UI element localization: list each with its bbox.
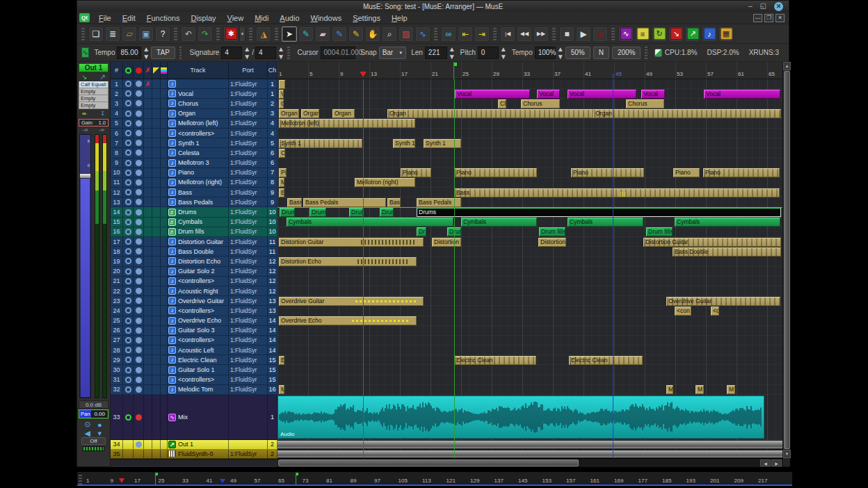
tempo-down-icon[interactable]: ▼ (143, 53, 150, 60)
track-port[interactable]: 1:FluidSyr (229, 385, 268, 394)
play-button[interactable]: ▶ (576, 26, 591, 42)
canvas-track-lane[interactable] (278, 326, 782, 336)
record-arm-toggle[interactable] (123, 440, 134, 449)
track-row[interactable]: 15♬Cymbals1:FluidSyr10 (111, 218, 278, 227)
track-name[interactable]: ♪ (168, 79, 229, 88)
new-file-button[interactable]: ❏ (88, 26, 104, 42)
track-port[interactable]: 1:FluidSyr (229, 257, 268, 266)
line-draw-tool-button[interactable]: ✎ (332, 26, 347, 42)
db-readout[interactable]: 0.0 dB (79, 400, 108, 409)
record-arm-toggle[interactable] (123, 197, 134, 206)
track-flags-cell[interactable] (161, 355, 168, 364)
record-toggle[interactable] (134, 168, 144, 177)
part[interactable]: Organ (332, 109, 355, 118)
track-type-header-icon[interactable] (161, 62, 168, 79)
track-channel[interactable]: 1 (268, 79, 278, 88)
track-port[interactable]: 1:FluidSyr (229, 218, 268, 227)
mute-toggle[interactable] (144, 450, 152, 459)
part[interactable]: Bass Double (673, 247, 781, 257)
part-color-cell[interactable] (152, 365, 161, 374)
mute-toggle[interactable] (144, 218, 152, 227)
track-name[interactable]: ♪<controllers> (168, 375, 229, 384)
part-mute-tool-button[interactable]: ▨ (399, 26, 414, 42)
canvas-track-lane[interactable]: CymbalsCymbalsCymbalsCymbals (278, 218, 782, 227)
record-arm-toggle[interactable] (123, 306, 134, 315)
timeline-ruler[interactable]: 1591317212529333741454953576165 (278, 62, 782, 79)
track-flags-cell[interactable] (161, 450, 168, 459)
part[interactable]: Drums (417, 208, 781, 217)
part-color-header-icon[interactable] (152, 62, 161, 79)
vertical-scrollbar[interactable]: ▲ ▼ (782, 62, 790, 466)
track-name[interactable]: ♬Cymbals (168, 218, 229, 227)
canvas-track-lane[interactable] (278, 129, 782, 138)
mute-toggle[interactable] (144, 178, 152, 187)
part[interactable]: Electric Clean (454, 356, 536, 365)
track-name[interactable]: ♪Melodic Tom (168, 385, 229, 394)
menu-windows[interactable]: Windows (305, 14, 348, 22)
record-arm-toggle[interactable] (123, 79, 134, 88)
fader-handle[interactable] (79, 173, 91, 179)
part[interactable]: Synth 1 (393, 139, 415, 148)
track-row[interactable]: 2♪Vocal1:FluidSyr1 (111, 89, 278, 99)
track-channel[interactable]: 2 (268, 450, 278, 459)
track-row[interactable]: 29♪Electric Clean1:FluidSyr15 (111, 355, 278, 365)
track-flags-cell[interactable] (161, 109, 168, 118)
record-toggle[interactable] (134, 207, 144, 216)
pan-tool-button[interactable]: ✋ (365, 26, 380, 42)
part-color-cell[interactable] (152, 178, 161, 187)
toolbar-grip[interactable] (249, 28, 252, 40)
track-channel[interactable]: 1 (268, 395, 278, 439)
record-arm-toggle[interactable] (123, 247, 134, 256)
part-color-cell[interactable] (152, 450, 161, 459)
track-name[interactable]: ♪Bass Double (168, 247, 229, 256)
snap-select[interactable]: Bar▼ (379, 47, 407, 59)
mute-toggle[interactable] (144, 227, 152, 236)
mute-toggle[interactable] (144, 395, 152, 439)
mute-toggle[interactable] (144, 336, 152, 345)
track-port[interactable]: 1:FluidSyr (229, 296, 268, 305)
part[interactable]: <con (675, 307, 691, 316)
part-color-cell[interactable] (152, 227, 161, 236)
track-channel[interactable]: 2 (268, 440, 278, 449)
audio-part[interactable]: Audio (278, 396, 764, 439)
vscroll-thumb[interactable] (784, 71, 790, 449)
track-port[interactable]: 1:FluidSyr (229, 109, 268, 118)
redo-button[interactable]: ↷ (198, 26, 213, 42)
header-cell[interactable]: Ch (268, 62, 278, 79)
mute-toggle[interactable] (144, 345, 152, 355)
toolbar-grip[interactable] (645, 47, 648, 59)
part-color-cell[interactable] (152, 89, 161, 98)
part-color-cell[interactable] (152, 158, 161, 168)
track-name[interactable]: ♪Overdrive Guitar (168, 296, 229, 305)
automation-tool-button[interactable]: ∿ (415, 26, 431, 42)
tempo-master-icon[interactable]: ∿ (81, 47, 89, 58)
mute-toggle[interactable] (144, 168, 152, 177)
punch-out-button[interactable]: ⇥ (474, 26, 490, 42)
mute-toggle[interactable] (144, 296, 152, 305)
gain-control[interactable]: Gain1.0 (79, 119, 108, 127)
track-row[interactable]: 16♬Drum fills1:FluidSyr10 (111, 227, 278, 237)
track-flags-cell[interactable] (161, 375, 168, 384)
part[interactable]: Synth 1 (424, 139, 461, 148)
menu-help[interactable]: Help (386, 14, 413, 22)
fast-forward-button[interactable]: ▶▶ (533, 26, 549, 42)
header-cell[interactable]: Port (229, 62, 268, 79)
canvas-track-lane[interactable] (278, 286, 782, 296)
track-channel[interactable]: 15 (268, 375, 278, 384)
mute-toggle[interactable] (144, 286, 152, 295)
toolbar-grip[interactable] (174, 28, 177, 40)
track-name[interactable]: ♪Electric Clean (168, 355, 229, 364)
audio-lane-part[interactable] (278, 441, 782, 448)
tempo-up-icon[interactable]: ▲ (143, 45, 150, 53)
track-row[interactable]: 10♪Piano1:FluidSyr7 (111, 168, 278, 178)
track-row[interactable]: 12♪Bass1:FluidSyr9 (111, 188, 278, 197)
undo-button[interactable]: ↶ (181, 26, 196, 42)
record-arm-toggle[interactable] (123, 178, 134, 187)
output-route-button[interactable]: ↗ (685, 26, 700, 42)
track-port[interactable]: 1:FluidSyr (229, 375, 268, 384)
track-channel[interactable]: 12 (268, 277, 278, 286)
part[interactable]: Ba (279, 188, 284, 197)
part-color-cell[interactable] (152, 336, 161, 345)
record-toggle[interactable] (134, 375, 144, 384)
track-flags-cell[interactable] (161, 296, 168, 305)
